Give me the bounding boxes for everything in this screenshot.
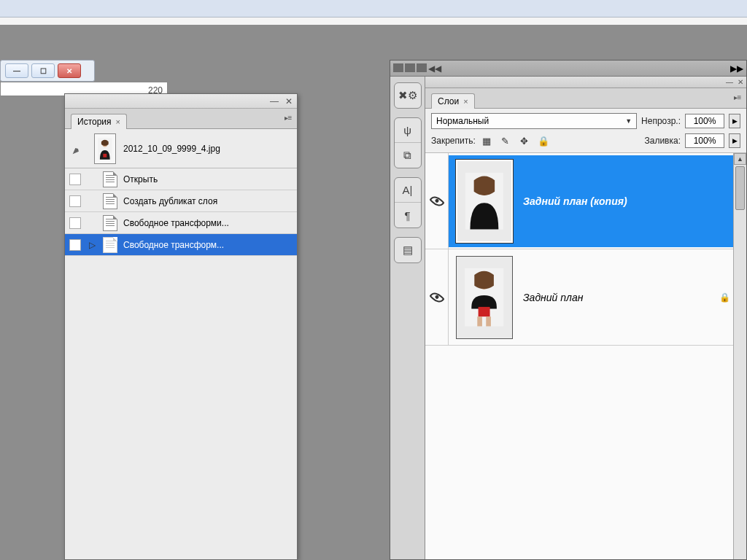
history-item[interactable]: Открыть [65,168,297,190]
paragraph-panel-icon[interactable]: ¶ [395,203,421,228]
window-close-button[interactable]: ✕ [58,63,81,78]
layers-panel: — ✕ Слои × ▸≡ Нормальный ▼ Непрозр.: 100… [425,77,746,559]
layer-row[interactable]: Задний план (копия) [425,153,746,249]
history-document-row[interactable]: 2012_10_09_9999_4.jpg [65,129,297,168]
right-dock: ◀◀ ▶▶ ✖⚙ ψ ⧉ A| ¶ ▤ — ✕ [390,60,747,560]
brushes-panel-icon[interactable]: ψ [395,118,421,143]
lock-transparency-icon[interactable]: ▦ [480,134,493,147]
lock-label: Закрепить: [431,136,476,146]
layer-visibility-toggle[interactable] [425,153,449,249]
history-state-list: Открыть Создать дубликат слоя Свободное … [65,168,297,559]
dock-grip-icon[interactable] [393,63,427,74]
history-tab-label: История [77,117,112,127]
history-panel-header[interactable]: — ✕ [65,94,297,109]
layer-name-label: Задний план (копия) [523,195,627,207]
tool-settings-icon[interactable]: ✖⚙ [395,83,421,108]
tool-column: ✖⚙ ψ ⧉ A| ¶ ▤ [390,77,425,559]
layer-list: Задний план (копия) Задний план 🔒 ▲ [425,153,746,559]
layer-name-label: Задний план [523,292,583,303]
layers-panel-header[interactable]: — ✕ [425,77,746,88]
history-snapshot-toggle[interactable] [69,239,81,251]
history-tab[interactable]: История × [71,114,127,129]
lock-position-icon[interactable]: ✥ [518,134,531,147]
history-current-marker: ▷ [87,240,97,250]
layer-comps-panel-icon[interactable]: ▤ [395,238,421,262]
fill-label: Заливка: [644,136,681,146]
layer-row[interactable]: Задний план 🔒 [425,249,746,346]
layers-tab-row: Слои × ▸≡ [425,88,746,109]
history-step-icon [103,171,117,187]
dropdown-arrow-icon: ▼ [625,117,632,125]
lock-all-icon[interactable]: 🔒 [537,134,550,147]
blend-mode-select[interactable]: Нормальный ▼ [431,113,637,129]
history-tab-row: История × ▸≡ [65,109,297,129]
window-maximize-button[interactable]: ☐ [31,63,55,78]
history-panel: — ✕ История × ▸≡ 2012_10_09_9999_4.jpg О… [64,93,298,560]
layers-tab[interactable]: Слои × [431,93,475,109]
layers-tab-label: Слои [438,96,459,106]
fill-slider-toggle[interactable]: ▶ [729,133,740,148]
history-brush-icon [69,140,87,158]
history-step-icon [103,215,117,231]
panel-minimize-icon[interactable]: — [726,78,733,86]
history-item-label: Открыть [123,174,158,184]
panel-minimize-icon[interactable]: — [269,96,279,106]
layer-list-scrollbar[interactable]: ▲ [733,153,746,559]
history-step-icon [103,193,117,209]
svg-rect-2 [104,153,107,157]
history-item[interactable]: Создать дубликат слоя [65,190,297,212]
dock-top-bar[interactable]: ◀◀ ▶▶ [390,61,746,77]
history-snapshot-toggle[interactable] [69,174,81,185]
scroll-thumb[interactable] [735,166,745,210]
window-minimize-button[interactable]: — [5,63,28,78]
panel-menu-icon[interactable]: ▸≡ [732,93,743,101]
panel-menu-icon[interactable]: ▸≡ [282,113,294,122]
history-document-name: 2012_10_09_9999_4.jpg [123,144,220,154]
lock-icon: 🔒 [719,292,730,303]
history-snapshot-toggle[interactable] [69,195,81,207]
fill-field[interactable]: 100% [685,133,724,148]
history-item-label: Свободное трансформ... [123,240,224,250]
svg-rect-9 [487,316,492,326]
app-menubar-area [0,0,747,18]
svg-rect-8 [478,316,483,326]
history-item-label: Создать дубликат слоя [123,196,217,206]
history-document-thumbnail [94,133,116,164]
workspace-top-border [0,18,747,25]
dock-scroll-left-icon[interactable]: ◀◀ [428,63,438,74]
opacity-slider-toggle[interactable]: ▶ [729,114,740,128]
svg-rect-7 [479,307,490,316]
history-item-label: Свободное трансформи... [123,218,229,228]
character-panel-icon[interactable]: A| [395,178,421,203]
history-snapshot-toggle[interactable] [69,217,81,229]
close-tab-icon[interactable]: × [463,97,468,106]
scroll-up-icon[interactable]: ▲ [734,153,746,165]
layer-thumbnail[interactable] [456,256,513,339]
history-step-icon [103,237,117,253]
history-item[interactable]: ▷ Свободное трансформ... [65,234,297,256]
opacity-label: Непрозр.: [641,116,681,126]
layers-controls: Нормальный ▼ Непрозр.: 100% ▶ Закрепить:… [425,109,746,153]
panel-close-icon[interactable]: ✕ [738,78,743,86]
close-tab-icon[interactable]: × [116,117,120,126]
history-item[interactable]: Свободное трансформи... [65,212,297,234]
panel-close-icon[interactable]: ✕ [284,96,294,106]
layer-visibility-toggle[interactable] [425,249,449,345]
eye-icon [429,193,444,209]
layer-thumbnail[interactable] [456,160,513,243]
clone-source-panel-icon[interactable]: ⧉ [395,143,421,168]
fill-value: 100% [694,136,716,146]
opacity-field[interactable]: 100% [685,114,724,128]
lock-pixels-icon[interactable]: ✎ [499,134,512,147]
opacity-value: 100% [694,116,716,126]
blend-mode-value: Нормальный [436,116,489,126]
dock-scroll-right-icon[interactable]: ▶▶ [730,63,743,74]
eye-icon [429,289,444,305]
